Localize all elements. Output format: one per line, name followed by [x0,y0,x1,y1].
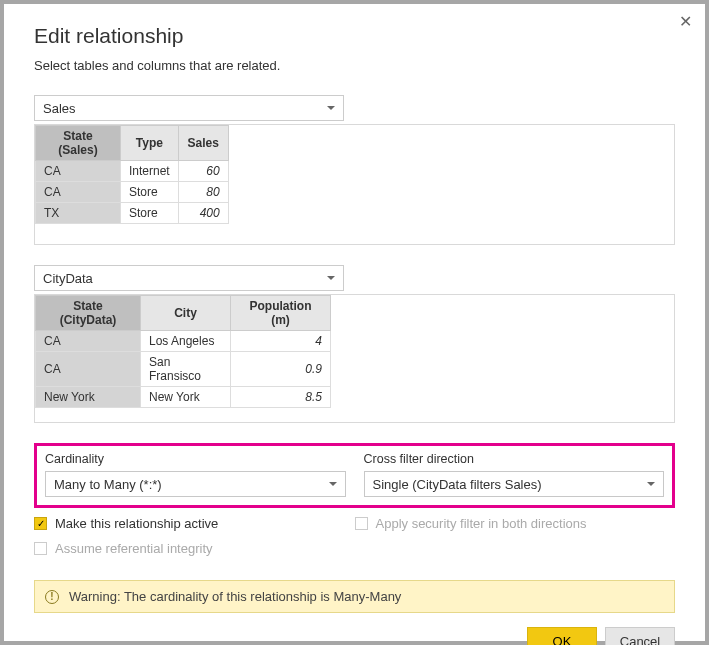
table-header-row: State (CityData) City Population (m) [36,296,331,331]
cell[interactable]: CA [36,161,121,182]
edit-relationship-dialog: ✕ Edit relationship Select tables and co… [4,4,705,641]
table-row: TX Store 400 [36,203,229,224]
crossfilter-value: Single (CityData filters Sales) [373,477,542,492]
table-row: CA Store 80 [36,182,229,203]
cell[interactable]: 4 [231,331,331,352]
cell[interactable]: Los Angeles [141,331,231,352]
col-header[interactable]: Population (m) [231,296,331,331]
warning-icon: ! [45,590,59,604]
cell[interactable]: Store [121,203,179,224]
cell[interactable]: Store [121,182,179,203]
checkbox-row-2: Assume referential integrity [34,541,675,556]
table-row: CA Internet 60 [36,161,229,182]
security-checkbox-group: Apply security filter in both directions [355,516,676,531]
col-header[interactable]: State (CityData) [36,296,141,331]
table1-grid[interactable]: State (Sales) Type Sales CA Internet 60 … [35,125,229,224]
cell[interactable]: CA [36,331,141,352]
table2-dropdown[interactable]: CityData [34,265,344,291]
crossfilter-group: Cross filter direction Single (CityData … [364,452,665,497]
close-button[interactable]: ✕ [675,12,695,32]
col-header[interactable]: Type [121,126,179,161]
chevron-down-icon [327,276,335,280]
cell[interactable]: CA [36,352,141,387]
chevron-down-icon [329,482,337,486]
dialog-button-row: OK Cancel [34,627,675,645]
cell[interactable]: New York [36,387,141,408]
cell[interactable]: Internet [121,161,179,182]
cell[interactable]: CA [36,182,121,203]
checkbox-row-1: ✓ Make this relationship active Apply se… [34,516,675,531]
cardinality-group: Cardinality Many to Many (*:*) [45,452,346,497]
cancel-button[interactable]: Cancel [605,627,675,645]
dialog-subtitle: Select tables and columns that are relat… [34,58,675,73]
cell[interactable]: 60 [178,161,228,182]
table2-name: CityData [43,271,93,286]
cell[interactable]: 400 [178,203,228,224]
ok-button-label: OK [553,634,572,646]
table1-name: Sales [43,101,76,116]
crossfilter-dropdown[interactable]: Single (CityData filters Sales) [364,471,665,497]
cell[interactable]: TX [36,203,121,224]
table2-preview: State (CityData) City Population (m) CA … [34,294,675,423]
warning-banner: ! Warning: The cardinality of this relat… [34,580,675,613]
cardinality-value: Many to Many (*:*) [54,477,162,492]
table2-grid[interactable]: State (CityData) City Population (m) CA … [35,295,331,408]
table1-preview: State (Sales) Type Sales CA Internet 60 … [34,124,675,245]
table-row: CA San Fransisco 0.9 [36,352,331,387]
cell[interactable]: San Fransisco [141,352,231,387]
cell[interactable]: New York [141,387,231,408]
cell[interactable]: 80 [178,182,228,203]
cardinality-label: Cardinality [45,452,346,466]
security-checkbox [355,517,368,530]
chevron-down-icon [327,106,335,110]
crossfilter-label: Cross filter direction [364,452,665,466]
table-header-row: State (Sales) Type Sales [36,126,229,161]
active-checkbox[interactable]: ✓ [34,517,47,530]
cancel-button-label: Cancel [620,634,660,646]
relationship-options-highlight: Cardinality Many to Many (*:*) Cross fil… [34,443,675,508]
ref-integrity-checkbox [34,542,47,555]
col-header[interactable]: City [141,296,231,331]
active-checkbox-label: Make this relationship active [55,516,218,531]
warning-text: Warning: The cardinality of this relatio… [69,589,401,604]
table1-dropdown[interactable]: Sales [34,95,344,121]
table-row: New York New York 8.5 [36,387,331,408]
table-row: CA Los Angeles 4 [36,331,331,352]
cardinality-dropdown[interactable]: Many to Many (*:*) [45,471,346,497]
cell[interactable]: 8.5 [231,387,331,408]
col-header[interactable]: State (Sales) [36,126,121,161]
dialog-title: Edit relationship [34,24,675,48]
ref-integrity-checkbox-label: Assume referential integrity [55,541,213,556]
ok-button[interactable]: OK [527,627,597,645]
chevron-down-icon [647,482,655,486]
security-checkbox-label: Apply security filter in both directions [376,516,587,531]
col-header[interactable]: Sales [178,126,228,161]
ref-integrity-checkbox-group: Assume referential integrity [34,541,675,556]
close-icon: ✕ [679,13,692,30]
active-checkbox-group: ✓ Make this relationship active [34,516,355,531]
cell[interactable]: 0.9 [231,352,331,387]
